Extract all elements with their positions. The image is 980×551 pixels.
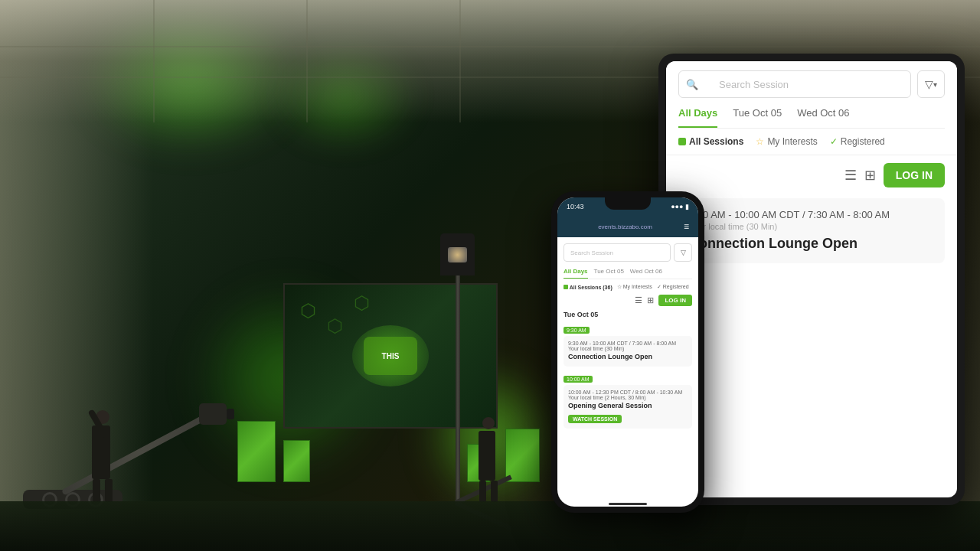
tab-tue-oct05[interactable]: Tue Oct 05 <box>733 107 782 128</box>
stage-box <box>237 421 276 482</box>
phone-session1-time: 9:30 AM - 10:00 AM CDT / 7:30 AM - 8:00 … <box>568 341 688 351</box>
phone-search-input[interactable]: Search Session <box>564 243 671 262</box>
tab-all-days[interactable]: All Days <box>678 107 717 128</box>
phone-date-header: Tue Oct 05 <box>564 311 692 318</box>
filter-icon: ▽ <box>925 78 933 90</box>
tablet-content: 9:30 AM - 10:00 AM CDT / 7:30 AM - 8:00 … <box>666 195 957 266</box>
phone-home-indicator <box>609 503 647 505</box>
tab-wed-oct06[interactable]: Wed Oct 06 <box>797 107 849 128</box>
search-input[interactable]: Search Session <box>678 70 911 98</box>
session-title-main: Connection Lounge Open <box>689 235 934 253</box>
phone-tab-all-days[interactable]: All Days <box>564 268 588 279</box>
phone-device: 10:43 ●●● ▮ events.bizzabo.com ≡ Search … <box>551 191 704 513</box>
all-sessions-icon <box>678 138 686 145</box>
phone-signal: ●●● ▮ <box>671 203 689 210</box>
tablet-device: 🔍 Search Session ▽ ▾ All Days Tue Oct 05… <box>658 54 965 505</box>
person-1 <box>92 410 113 505</box>
tablet-screen: 🔍 Search Session ▽ ▾ All Days Tue Oct 05… <box>666 61 957 497</box>
tablet-day-tabs: All Days Tue Oct 05 Wed Oct 06 <box>678 107 945 129</box>
phone-grid-icon[interactable]: ⊞ <box>647 295 654 305</box>
phone-toolbar: ☰ ⊞ LOG IN <box>564 295 692 306</box>
tablet-session-tabs: All Sessions ☆ My Interests ✓ Registered <box>666 129 957 155</box>
phone-screen: 10:43 ●●● ▮ events.bizzabo.com ≡ Search … <box>557 197 698 507</box>
phone-filter-button[interactable]: ▽ <box>674 243 692 262</box>
phone-day-tabs: All Days Tue Oct 05 Wed Oct 06 <box>564 268 692 279</box>
session-time-main: 9:30 AM - 10:00 AM CDT / 7:30 AM - 8:00 … <box>689 209 934 232</box>
session-card-main: 9:30 AM - 10:00 AM CDT / 7:30 AM - 8:00 … <box>678 198 945 263</box>
stage-box <box>505 429 540 482</box>
phone-login-button[interactable]: LOG IN <box>658 295 692 306</box>
tablet-search-row: 🔍 Search Session ▽ ▾ <box>678 70 945 98</box>
registered-icon: ✓ <box>830 136 838 147</box>
light-head <box>440 233 475 276</box>
phone-watch-button[interactable]: WATCH SESSION <box>568 415 622 423</box>
phone-list-icon[interactable]: ☰ <box>635 295 642 305</box>
interests-icon: ☆ <box>756 136 764 147</box>
tab-registered[interactable]: ✓ Registered <box>830 136 885 147</box>
phone-time-badge-1: 9:30 AM <box>564 321 692 336</box>
tab-my-interests[interactable]: ☆ My Interests <box>756 136 817 147</box>
stage-box <box>283 440 310 482</box>
tab-all-sessions[interactable]: All Sessions <box>678 136 743 147</box>
phone-search-row: Search Session ▽ <box>564 243 692 262</box>
stage-screen: ⬡ ⬡ ⬡ THIS <box>283 283 498 429</box>
phone-content: Search Session ▽ All Days Tue Oct 05 Wed… <box>557 237 698 439</box>
phone-session2-title: Opening General Session <box>568 402 688 411</box>
phone-nav-bar: events.bizzabo.com ≡ <box>557 216 698 237</box>
phone-tab-interests[interactable]: ☆ My Interests <box>617 284 652 290</box>
person-2 <box>479 417 498 505</box>
phone-session-card-1: 9:30 AM - 10:00 AM CDT / 7:30 AM - 8:00 … <box>564 336 692 367</box>
phone-menu-icon: ≡ <box>684 221 689 232</box>
phone-time: 10:43 <box>567 203 584 210</box>
tablet-header: 🔍 Search Session ▽ ▾ All Days Tue Oct 05… <box>666 61 957 129</box>
phone-tab-tue[interactable]: Tue Oct 05 <box>594 268 624 279</box>
phone-tab-all-sessions[interactable]: All Sessions (36) <box>564 285 612 290</box>
phone-registered-icon: ✓ <box>657 284 663 289</box>
camera-head <box>199 403 227 425</box>
phone-interests-icon: ☆ <box>617 284 623 289</box>
phone-time-badge-2: 10:00 AM <box>564 370 692 385</box>
phone-notch <box>605 197 651 210</box>
phone-session1-title: Connection Lounge Open <box>568 353 688 362</box>
phone-session-tabs: All Sessions (36) ☆ My Interests ✓ Regis… <box>564 284 692 290</box>
phone-session2-time: 10:00 AM - 12:30 PM CDT / 8:00 AM - 10:3… <box>568 390 688 400</box>
grid-view-icon[interactable]: ⊞ <box>864 167 876 184</box>
phone-filter-icon: ▽ <box>681 249 686 256</box>
phone-all-sessions-dot <box>564 285 568 289</box>
filter-button[interactable]: ▽ ▾ <box>917 70 945 98</box>
tablet-search-container: 🔍 Search Session <box>678 70 911 98</box>
phone-tab-wed[interactable]: Wed Oct 06 <box>630 268 662 279</box>
lighting-stand <box>456 260 460 505</box>
dropdown-icon: ▾ <box>933 80 937 89</box>
phone-url: events.bizzabo.com <box>567 223 684 230</box>
list-view-icon[interactable]: ☰ <box>844 167 857 184</box>
tablet-toolbar: ☰ ⊞ LOG IN <box>666 155 957 195</box>
phone-tab-registered[interactable]: ✓ Registered <box>657 284 689 290</box>
login-button[interactable]: LOG IN <box>884 163 945 187</box>
phone-session-card-2: 10:00 AM - 12:30 PM CDT / 8:00 AM - 10:3… <box>564 385 692 429</box>
